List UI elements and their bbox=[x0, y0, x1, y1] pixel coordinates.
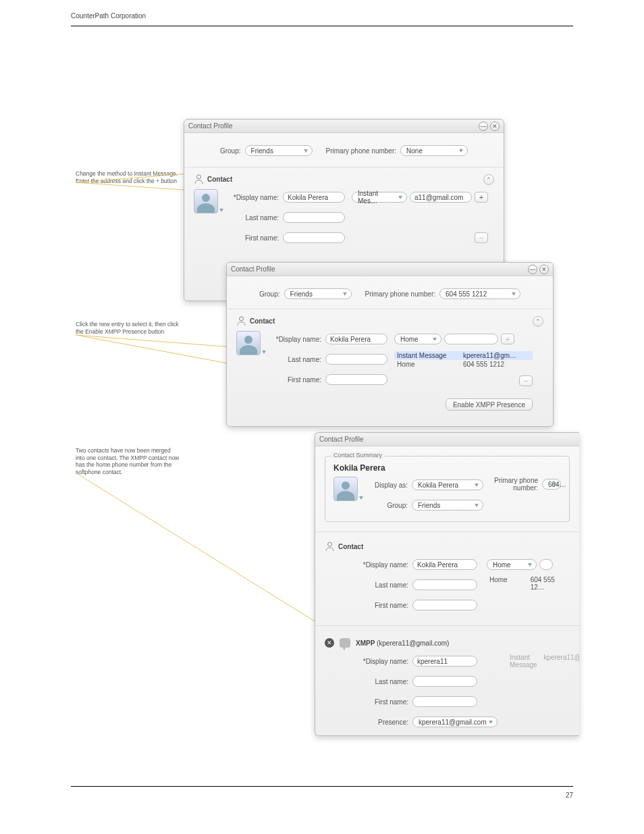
collapse-button[interactable] bbox=[483, 174, 494, 185]
remove-button[interactable]: − bbox=[519, 375, 533, 386]
contact-summary-name: Kokila Perera bbox=[333, 463, 561, 473]
contact-icon bbox=[236, 316, 246, 325]
xmpp-first-name-input[interactable] bbox=[412, 696, 477, 707]
dialog-body: Contact Summary Kokila Perera Display as… bbox=[315, 446, 579, 736]
display-name-label: *Display name: bbox=[358, 658, 408, 665]
display-name-input[interactable]: Kokila Perera bbox=[325, 334, 387, 344]
last-name-label: Last name: bbox=[230, 214, 279, 221]
first-name-label: First name: bbox=[358, 698, 408, 706]
header-left-text: CounterPath Corporation bbox=[71, 12, 146, 20]
contact-method-row[interactable]: Home 604 555 1212 bbox=[394, 360, 533, 369]
display-as-select[interactable]: Kokila Perera bbox=[412, 479, 483, 490]
last-name-input[interactable] bbox=[283, 212, 345, 223]
xmpp-title-prefix: XMPP bbox=[356, 640, 375, 647]
enable-xmpp-presence-button[interactable]: Enable XMPP Presence bbox=[446, 398, 533, 411]
last-name-label: Last name: bbox=[358, 581, 408, 589]
add-button[interactable]: + bbox=[475, 192, 488, 203]
contact-method-type-select[interactable]: Home bbox=[487, 559, 537, 570]
contact-method-type: Home bbox=[489, 576, 524, 591]
contact-method-type-select[interactable]: Instant Mes… bbox=[352, 192, 407, 203]
contact-method-value-input[interactable]: a11@gmail.com bbox=[410, 192, 472, 203]
titlebar[interactable]: Contact Profile — ✕ bbox=[184, 120, 504, 133]
group-label: Group: bbox=[220, 147, 241, 155]
last-name-input[interactable] bbox=[325, 354, 387, 365]
contact-method-value: kperera11@gm… bbox=[463, 352, 516, 359]
primary-phone-select[interactable]: 604… bbox=[542, 479, 561, 490]
add-button[interactable]: + bbox=[501, 334, 514, 344]
xmpp-section-title: XMPP (kperera11@gmail.com) bbox=[356, 640, 449, 647]
contact-method-type: Home bbox=[397, 361, 456, 368]
avatar-menu-icon[interactable] bbox=[262, 350, 266, 354]
display-name-label: *Display name: bbox=[273, 336, 321, 343]
group-select[interactable]: Friends bbox=[245, 145, 313, 156]
avatar[interactable] bbox=[236, 331, 261, 355]
contact-section-title: Contact bbox=[250, 317, 275, 325]
avatar-menu-icon[interactable] bbox=[359, 496, 363, 500]
window-title: Contact Profile bbox=[188, 122, 477, 130]
first-name-label: First name: bbox=[273, 376, 321, 384]
presence-label: Presence: bbox=[358, 719, 408, 726]
xmpp-contact-method-list[interactable]: Instant Message kperera11@… bbox=[507, 653, 579, 669]
contact-method-value: 604 555 1212 bbox=[463, 361, 504, 368]
contact-method-row[interactable]: Instant Message kperera11@… bbox=[507, 653, 579, 669]
contact-method-list[interactable]: Home 604 555 12… bbox=[487, 575, 570, 592]
contact-icon bbox=[194, 174, 203, 184]
window-title: Contact Profile bbox=[231, 265, 526, 273]
first-name-input[interactable] bbox=[325, 374, 387, 385]
contact-method-type: Instant Message bbox=[510, 654, 537, 669]
display-name-input[interactable]: Kokila Perera bbox=[412, 559, 477, 570]
first-name-input[interactable] bbox=[412, 600, 477, 610]
dialog-body: Group: Friends Primary phone number: Non… bbox=[184, 133, 504, 253]
contact-method-list[interactable]: Instant Message kperera11@gm… Home 604 5… bbox=[394, 351, 533, 369]
contact-method-row[interactable]: Home 604 555 12… bbox=[487, 575, 570, 592]
primary-phone-select[interactable]: None bbox=[400, 145, 468, 156]
contact-summary-fieldset: Contact Summary Kokila Perera Display as… bbox=[325, 456, 570, 522]
contact-profile-dialog-2: Contact Profile — ✕ Group: Friends Prima… bbox=[226, 262, 554, 427]
minimize-icon[interactable]: — bbox=[479, 122, 488, 131]
contact-method-value-input[interactable] bbox=[444, 334, 498, 344]
avatar[interactable] bbox=[333, 477, 358, 501]
group-label: Group: bbox=[370, 502, 408, 509]
avatar[interactable] bbox=[194, 189, 218, 213]
contact-profile-dialog-3: Contact Profile Contact Summary Kokila P… bbox=[315, 432, 579, 736]
chat-bubble-icon bbox=[340, 638, 350, 648]
primary-phone-label: Primary phone number: bbox=[490, 477, 538, 492]
contact-method-type-select[interactable]: Home bbox=[394, 334, 441, 344]
contact-method-row[interactable]: Instant Message kperera11@gm… bbox=[394, 351, 533, 360]
xmpp-last-name-input[interactable] bbox=[412, 676, 477, 687]
group-select[interactable]: Friends bbox=[412, 500, 483, 511]
last-name-label: Last name: bbox=[273, 356, 321, 363]
collapse-button[interactable] bbox=[533, 316, 543, 327]
contact-section-title: Contact bbox=[207, 176, 232, 183]
close-icon[interactable]: ✕ bbox=[539, 265, 549, 274]
avatar-menu-icon[interactable] bbox=[219, 209, 223, 212]
first-name-input[interactable] bbox=[283, 232, 345, 243]
primary-phone-select[interactable]: 604 555 1212 bbox=[439, 288, 520, 299]
presence-select[interactable]: kperera11@gmail.com bbox=[412, 716, 498, 727]
document-page: CounterPath Corporation 27 Change the me… bbox=[0, 0, 644, 834]
group-label: Group: bbox=[259, 290, 280, 298]
page-number: 27 bbox=[566, 791, 573, 799]
xmpp-title-address: (kperera11@gmail.com) bbox=[377, 640, 449, 647]
remove-account-icon[interactable] bbox=[325, 638, 334, 648]
annotation-2: Click the new entry to select it, then c… bbox=[76, 321, 180, 335]
last-name-input[interactable] bbox=[412, 579, 477, 590]
group-select[interactable]: Friends bbox=[284, 288, 352, 299]
minimize-icon[interactable]: — bbox=[528, 265, 537, 274]
svg-point-7 bbox=[327, 542, 331, 546]
contact-section-title: Contact bbox=[338, 543, 363, 550]
close-icon[interactable]: ✕ bbox=[490, 122, 500, 131]
xmpp-display-name-input[interactable]: kperera11 bbox=[412, 656, 477, 667]
contact-method-value-input[interactable] bbox=[539, 559, 553, 570]
titlebar[interactable]: Contact Profile — ✕ bbox=[227, 263, 553, 276]
dialog-body: Group: Friends Primary phone number: 604… bbox=[227, 276, 553, 420]
titlebar[interactable]: Contact Profile bbox=[315, 433, 579, 446]
contact-summary-legend: Contact Summary bbox=[331, 452, 385, 459]
annotation-3: Two contacts have now been merged into o… bbox=[76, 447, 180, 476]
remove-button[interactable]: − bbox=[475, 232, 488, 243]
contact-method-value: kperera11@… bbox=[544, 654, 579, 669]
display-name-label: *Display name: bbox=[230, 194, 279, 201]
display-name-input[interactable]: Kokila Perera bbox=[283, 192, 345, 203]
primary-phone-label: Primary phone number: bbox=[365, 290, 436, 298]
footer-rule bbox=[71, 786, 573, 787]
